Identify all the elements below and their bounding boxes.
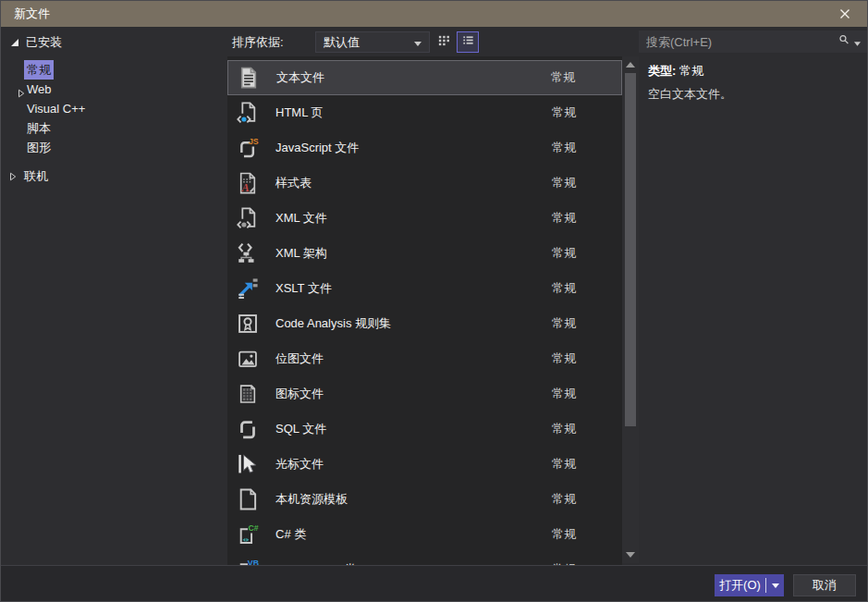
list-item-8[interactable]: 位图文件常规 [227,341,622,376]
template-category: 常规 [552,315,576,332]
open-button[interactable]: 打开(O) [715,574,784,596]
small-icons-view-button[interactable] [433,31,455,53]
svg-text:C#: C# [248,523,258,533]
list-item-10[interactable]: SQL 文件常规 [227,412,622,447]
template-category: 常规 [552,421,576,437]
sidebar-item-label: 常规 [24,60,54,80]
list-item-9[interactable]: 图标文件常规 [227,376,622,412]
stylesheet-icon: A [235,170,261,196]
sort-by-label: 排序依据: [232,34,284,51]
template-category: 常规 [552,280,576,297]
sort-by-value: 默认值 [324,34,414,51]
scroll-down-icon[interactable] [625,549,636,560]
sql-file-icon [235,416,261,442]
titlebar: 新文件 [1,1,867,27]
svg-text:JS: JS [249,137,259,146]
xml-file-icon [235,205,261,231]
sidebar-item-2[interactable]: Visual C++ [1,99,227,118]
list-view-icon [461,33,475,51]
template-name: SQL 文件 [275,421,326,437]
template-type-line: 类型: 常规 [648,63,703,80]
search-icon[interactable] [837,33,850,50]
html-page-icon [235,100,261,126]
template-category: 常规 [552,140,576,156]
open-button-label: 打开(O) [715,574,765,596]
online-group-label: 联机 [24,168,48,185]
template-name: 本机资源模板 [275,491,348,508]
sidebar-item-label: 脚本 [27,118,51,138]
template-description: 空白文本文件。 [648,86,732,103]
category-sidebar: 已安装 常规WebVisual C++脚本图形 联机 [1,27,227,565]
cursor-file-icon [235,451,261,477]
template-name: 图标文件 [275,386,324,402]
list-item-13[interactable]: C#C# 类常规 [227,517,622,552]
code-analysis-icon [235,311,261,337]
triangle-collapsed-icon[interactable] [8,170,18,184]
sidebar-item-3[interactable]: 脚本 [1,118,227,138]
list-item-11[interactable]: 光标文件常规 [227,447,622,482]
template-name: 光标文件 [275,456,324,473]
template-name: HTML 页 [275,104,324,121]
online-group-header[interactable]: 联机 [8,168,48,185]
xslt-file-icon [235,276,261,301]
list-item-6[interactable]: XSLT 文件常规 [227,271,622,306]
chevron-down-icon [414,35,422,49]
sidebar-item-4[interactable]: 图形 [1,138,227,157]
template-name: 位图文件 [275,350,324,367]
search-box[interactable] [639,31,868,53]
type-label: 类型: [648,64,676,78]
template-list: 文本文件常规HTML 页常规JSJavaScript 文件常规A样式表常规XML… [227,56,622,567]
csharp-class-icon: C# [235,522,261,547]
sidebar-item-1[interactable]: Web [1,80,227,99]
list-item-4[interactable]: XML 文件常规 [227,201,622,236]
scroll-up-icon[interactable] [625,59,636,70]
template-name: C# 类 [275,526,306,543]
list-item-3[interactable]: A样式表常规 [227,166,622,201]
template-name: JavaScript 文件 [275,140,359,156]
xml-schema-icon [235,240,261,266]
cancel-button[interactable]: 取消 [793,574,856,596]
dialog-footer: 打开(O) 取消 [1,565,867,601]
native-resource-icon [235,486,261,512]
sort-toolbar: 排序依据: 默认值 [227,27,622,56]
list-scrollbar[interactable] [622,56,639,563]
list-item-7[interactable]: Code Analysis 规则集常规 [227,306,622,341]
svg-text:A: A [241,181,250,194]
sidebar-item-0[interactable]: 常规 [1,60,227,80]
sidebar-item-label: Web [27,80,52,99]
template-category: 常规 [552,456,576,473]
search-options-chevron-icon[interactable] [854,33,861,50]
triangle-expanded-icon[interactable] [10,36,19,50]
template-name: Code Analysis 规则集 [275,315,391,332]
list-item-12[interactable]: 本机资源模板常规 [227,482,622,517]
list-item-0[interactable]: 文本文件常规 [227,60,622,95]
list-item-1[interactable]: HTML 页常规 [227,95,622,130]
installed-group-header[interactable]: 已安装 [10,34,62,51]
sidebar-item-label: 图形 [27,138,51,157]
list-item-5[interactable]: XML 架构常规 [227,236,622,271]
sidebar-item-label: Visual C++ [27,99,85,118]
template-name: 文本文件 [276,69,324,86]
sort-by-dropdown[interactable]: 默认值 [315,31,430,53]
template-name: 样式表 [275,175,312,191]
list-view-button[interactable] [457,31,479,53]
text-file-icon [236,65,262,91]
template-category: 常规 [552,210,576,227]
template-category: 常规 [552,526,576,543]
template-category: 常规 [552,386,576,402]
search-input[interactable] [639,35,837,49]
installed-group-label: 已安装 [26,34,62,51]
open-button-dropdown[interactable] [766,574,784,596]
template-category: 常规 [552,491,576,508]
details-panel: 类型: 常规 空白文本文件。 [639,27,868,565]
template-category: 常规 [552,245,576,262]
list-item-2[interactable]: JSJavaScript 文件常规 [227,130,622,166]
scrollbar-thumb[interactable] [625,73,636,426]
template-name: XML 架构 [275,245,327,262]
triangle-collapsed-icon[interactable] [17,84,26,93]
template-category: 常规 [552,350,576,367]
close-icon[interactable] [828,1,862,27]
icon-file-icon [235,381,261,407]
javascript-file-icon: JS [235,135,261,161]
type-value: 常规 [679,64,703,78]
